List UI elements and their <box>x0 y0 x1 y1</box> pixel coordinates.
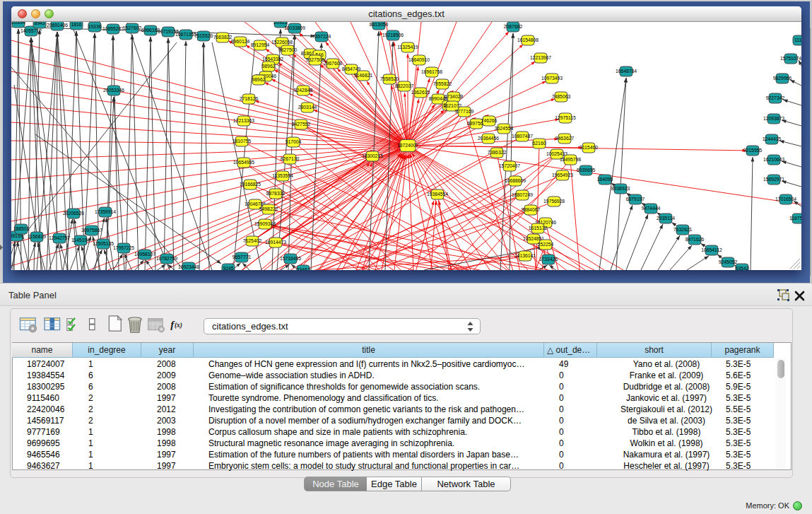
svg-text:11325419: 11325419 <box>397 45 418 49</box>
svg-text:16543382: 16543382 <box>262 57 283 62</box>
svg-text:8813054: 8813054 <box>370 22 389 27</box>
svg-text:8822037: 8822037 <box>395 83 414 88</box>
svg-text:1816: 1816 <box>71 22 81 27</box>
svg-text:746266: 746266 <box>481 118 498 123</box>
svg-text:20923: 20923 <box>274 22 288 25</box>
svg-text:10923448: 10923448 <box>178 264 199 269</box>
svg-text:1810755: 1810755 <box>233 139 252 144</box>
svg-text:18495798: 18495798 <box>560 157 581 162</box>
svg-text:5498222: 5498222 <box>259 206 278 211</box>
svg-text:17016504: 17016504 <box>775 197 796 201</box>
svg-text:9245: 9245 <box>223 266 233 270</box>
svg-text:6734028: 6734028 <box>445 94 464 99</box>
svg-text:11353594: 11353594 <box>272 173 293 178</box>
svg-text:1112: 1112 <box>794 37 801 42</box>
svg-text:10654985: 10654985 <box>233 160 254 165</box>
svg-text:33462: 33462 <box>297 267 310 270</box>
svg-text:7386322: 7386322 <box>488 150 507 155</box>
svg-text:12093873: 12093873 <box>763 116 784 121</box>
svg-text:9777169: 9777169 <box>455 109 474 114</box>
svg-text:8960124: 8960124 <box>231 39 250 44</box>
svg-text:12213363: 12213363 <box>233 118 254 123</box>
svg-text:9146821: 9146821 <box>354 73 373 78</box>
svg-text:2935114: 2935114 <box>657 216 675 221</box>
svg-text:1244415: 1244415 <box>763 136 782 141</box>
svg-text:7357224: 7357224 <box>312 34 331 39</box>
svg-text:7558520: 7558520 <box>380 76 399 81</box>
svg-text:164095: 164095 <box>597 177 613 182</box>
svg-text:16210643: 16210643 <box>763 157 784 162</box>
svg-text:16961758: 16961758 <box>421 69 442 74</box>
svg-text:19384554: 19384554 <box>427 192 448 197</box>
svg-text:2718126: 2718126 <box>240 96 259 101</box>
svg-text:19336: 19336 <box>88 24 102 29</box>
svg-text:9227342: 9227342 <box>766 95 785 100</box>
svg-text:9215955: 9215955 <box>743 148 763 153</box>
svg-text:12505135: 12505135 <box>93 241 114 246</box>
svg-text:6939695: 6939695 <box>577 168 596 173</box>
svg-text:16154808: 16154808 <box>517 37 539 42</box>
svg-text:8912954: 8912954 <box>251 42 270 47</box>
svg-text:188501: 188501 <box>13 226 30 231</box>
svg-text:12213967: 12213967 <box>530 55 551 60</box>
svg-text:10688609: 10688609 <box>505 178 526 183</box>
svg-text:7485063: 7485063 <box>552 94 571 99</box>
svg-text:20053346: 20053346 <box>103 88 124 93</box>
svg-text:9884067: 9884067 <box>522 207 541 212</box>
svg-text:18640910: 18640910 <box>408 57 430 62</box>
svg-text:18300215: 18300215 <box>362 153 383 158</box>
svg-text:98962: 98962 <box>262 64 276 69</box>
svg-text:7632621: 7632621 <box>673 227 693 232</box>
svg-text:8938923: 8938923 <box>611 186 630 191</box>
svg-text:1733426: 1733426 <box>539 257 558 262</box>
svg-text:9463627: 9463627 <box>555 136 575 141</box>
svg-text:7955822: 7955822 <box>433 81 452 86</box>
svg-text:16782759: 16782759 <box>156 256 177 261</box>
svg-text:18807249: 18807249 <box>512 192 533 197</box>
svg-text:18724007: 18724007 <box>397 143 418 148</box>
svg-text:252254: 252254 <box>538 242 554 247</box>
svg-text:9242848: 9242848 <box>294 88 313 93</box>
svg-text:3624554: 3624554 <box>495 126 514 131</box>
svg-text:1527602: 1527602 <box>123 25 142 30</box>
svg-text:16914473: 16914473 <box>265 240 286 245</box>
svg-text:1615132: 1615132 <box>529 226 548 230</box>
svg-text:9245052: 9245052 <box>719 259 738 264</box>
svg-text:9827500: 9827500 <box>278 47 298 52</box>
svg-text:10807487: 10807487 <box>512 134 533 139</box>
svg-text:7625402: 7625402 <box>243 238 262 243</box>
svg-text:10855287: 10855287 <box>102 26 124 31</box>
svg-text:517004: 517004 <box>286 139 302 144</box>
svg-text:15716485: 15716485 <box>280 256 301 261</box>
svg-text:17359914: 17359914 <box>95 209 116 214</box>
svg-text:19756928: 19756928 <box>543 199 565 204</box>
svg-text:20364456: 20364456 <box>478 136 499 141</box>
svg-text:2967608: 2967608 <box>324 61 343 66</box>
svg-text:9829966: 9829966 <box>773 76 792 81</box>
svg-text:19218506: 19218506 <box>382 33 404 37</box>
svg-text:2087682: 2087682 <box>504 24 523 29</box>
svg-text:9327505: 9327505 <box>306 57 325 62</box>
svg-text:12975115: 12975115 <box>555 115 576 120</box>
svg-text:9474444: 9474444 <box>642 206 661 211</box>
svg-text:8943: 8943 <box>34 22 45 25</box>
svg-text:7515526: 7515526 <box>194 33 213 38</box>
svg-text:16033809: 16033809 <box>284 25 305 30</box>
svg-text:98962: 98962 <box>252 77 266 82</box>
svg-text:2803144: 2803144 <box>298 105 317 110</box>
svg-text:20691406: 20691406 <box>47 23 68 28</box>
svg-text:1167533: 1167533 <box>789 216 801 221</box>
svg-text:10958107: 10958107 <box>134 252 155 257</box>
svg-text:10654112: 10654112 <box>701 247 722 252</box>
svg-text:1362615: 1362615 <box>411 90 430 95</box>
svg-text:8878332: 8878332 <box>266 191 286 196</box>
svg-text:17957225: 17957225 <box>113 245 134 250</box>
svg-text:16671355: 16671355 <box>175 32 196 37</box>
svg-text:8427552: 8427552 <box>292 122 311 127</box>
svg-text:14136141: 14136141 <box>514 253 536 258</box>
svg-text:8454749: 8454749 <box>342 66 361 71</box>
svg-text:30975867: 30975867 <box>81 228 102 233</box>
svg-text:1145194: 1145194 <box>71 238 90 243</box>
svg-text:15720407: 15720407 <box>499 163 520 168</box>
svg-text:62160: 62160 <box>533 141 546 146</box>
